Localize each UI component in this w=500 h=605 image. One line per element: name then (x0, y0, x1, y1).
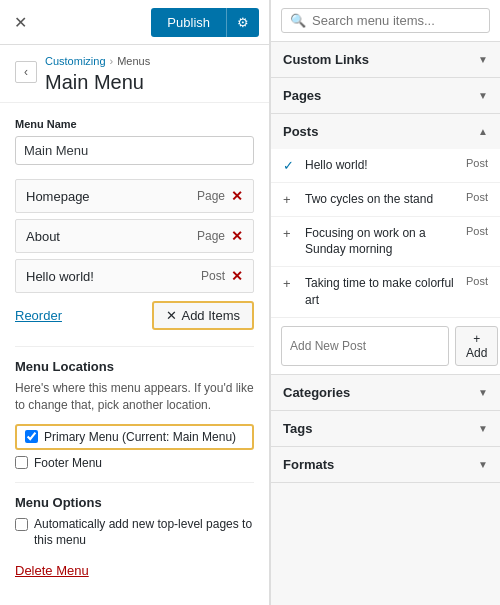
post-name: Taking time to make colorful art (305, 275, 460, 309)
breadcrumb-area: ‹ Customizing › Menus Main Menu (0, 45, 269, 103)
accordion-arrow: ▼ (478, 423, 488, 434)
menu-item: Homepage Page ✕ (15, 179, 254, 213)
x-icon: ✕ (166, 308, 177, 323)
post-name: Two cycles on the stand (305, 191, 460, 208)
actions-row: Reorder ✕ Add Items (15, 301, 254, 330)
accordion-header-categories[interactable]: Categories ▼ (271, 375, 500, 410)
add-new-row: + Add (271, 317, 500, 374)
accordion-section-pages: Pages ▼ (271, 78, 500, 114)
post-type: Post (466, 275, 488, 287)
accordion-arrow: ▼ (478, 90, 488, 101)
accordion-header-tags[interactable]: Tags ▼ (271, 411, 500, 446)
accordion-header-formats[interactable]: Formats ▼ (271, 447, 500, 482)
accordion-section-formats: Formats ▼ (271, 447, 500, 483)
delete-menu-link[interactable]: Delete Menu (15, 563, 89, 578)
footer-menu-checkbox[interactable] (15, 456, 28, 469)
post-item[interactable]: ✓ Hello world! Post (271, 149, 500, 183)
primary-menu-checkbox[interactable] (25, 430, 38, 443)
accordion-arrow: ▲ (478, 126, 488, 137)
remove-item-button[interactable]: ✕ (231, 188, 243, 204)
menu-name-input[interactable] (15, 136, 254, 165)
accordion-section-tags: Tags ▼ (271, 411, 500, 447)
left-panel: ✕ Publish ⚙ ‹ Customizing › Menus Main M… (0, 0, 270, 605)
accordion-header-custom-links[interactable]: Custom Links ▼ (271, 42, 500, 77)
footer-menu-label: Footer Menu (34, 456, 102, 470)
accordion-label: Tags (283, 421, 312, 436)
menu-item: About Page ✕ (15, 219, 254, 253)
post-item[interactable]: + Focusing on work on a Sunday morning P… (271, 217, 500, 268)
settings-button[interactable]: ⚙ (226, 8, 259, 37)
menu-item-type: Post (201, 269, 225, 283)
publish-group: Publish ⚙ (151, 8, 259, 37)
accordion-list: Custom Links ▼ Pages ▼ Posts ▲ ✓ Hello w… (271, 42, 500, 605)
menu-item-right: Post ✕ (201, 268, 243, 284)
menu-locations-desc: Here's where this menu appears. If you'd… (15, 380, 254, 414)
menu-item-right: Page ✕ (197, 188, 243, 204)
breadcrumb: Customizing › Menus (45, 55, 150, 67)
menu-items-list: Homepage Page ✕ About Page ✕ Hello world… (15, 179, 254, 293)
content-area: Menu Name Homepage Page ✕ About Page ✕ H… (0, 103, 269, 605)
auto-add-row: Automatically add new top-level pages to… (15, 516, 254, 550)
post-type: Post (466, 191, 488, 203)
auto-add-label: Automatically add new top-level pages to… (34, 516, 254, 550)
accordion-section-custom-links: Custom Links ▼ (271, 42, 500, 78)
breadcrumb-separator: › (110, 55, 114, 67)
post-prefix-icon: + (283, 226, 299, 241)
search-icon: 🔍 (290, 13, 306, 28)
primary-menu-label: Primary Menu (Current: Main Menu) (44, 430, 236, 444)
back-button[interactable]: ‹ (15, 61, 37, 83)
posts-list: ✓ Hello world! Post + Two cycles on the … (271, 149, 500, 317)
post-prefix-icon: + (283, 276, 299, 291)
post-name: Focusing on work on a Sunday morning (305, 225, 460, 259)
auto-add-checkbox[interactable] (15, 518, 28, 531)
accordion-arrow: ▼ (478, 459, 488, 470)
add-items-button[interactable]: ✕ Add Items (152, 301, 254, 330)
search-input-wrap: 🔍 (281, 8, 490, 33)
divider-1 (15, 346, 254, 347)
accordion-header-posts[interactable]: Posts ▲ (271, 114, 500, 149)
post-item[interactable]: + Two cycles on the stand Post (271, 183, 500, 217)
divider-2 (15, 482, 254, 483)
menu-item-name: About (26, 229, 60, 244)
post-item[interactable]: + Taking time to make colorful art Post (271, 267, 500, 317)
search-bar: 🔍 (271, 0, 500, 42)
top-bar: ✕ Publish ⚙ (0, 0, 269, 45)
gear-icon: ⚙ (237, 15, 249, 30)
accordion-header-pages[interactable]: Pages ▼ (271, 78, 500, 113)
post-type: Post (466, 157, 488, 169)
menu-options-title: Menu Options (15, 495, 254, 510)
page-title: Main Menu (45, 71, 150, 94)
menus-label: Menus (117, 55, 150, 67)
post-prefix-icon: ✓ (283, 158, 299, 173)
accordion-label: Pages (283, 88, 321, 103)
accordion-label: Formats (283, 457, 334, 472)
accordion-section-categories: Categories ▼ (271, 375, 500, 411)
reorder-link[interactable]: Reorder (15, 308, 62, 323)
remove-item-button[interactable]: ✕ (231, 228, 243, 244)
menu-locations-title: Menu Locations (15, 359, 254, 374)
primary-menu-row: Primary Menu (Current: Main Menu) (15, 424, 254, 450)
accordion-label: Posts (283, 124, 318, 139)
accordion-arrow: ▼ (478, 54, 488, 65)
remove-item-button[interactable]: ✕ (231, 268, 243, 284)
close-button[interactable]: ✕ (10, 9, 31, 36)
menu-item-type: Page (197, 189, 225, 203)
menu-item: Hello world! Post ✕ (15, 259, 254, 293)
footer-menu-row: Footer Menu (15, 456, 254, 470)
accordion-label: Custom Links (283, 52, 369, 67)
menu-name-label: Menu Name (15, 118, 254, 130)
post-type: Post (466, 225, 488, 237)
menu-item-name: Hello world! (26, 269, 94, 284)
add-new-post-input[interactable] (281, 326, 449, 366)
publish-button[interactable]: Publish (151, 8, 226, 37)
add-items-label: Add Items (181, 308, 240, 323)
search-input[interactable] (312, 13, 481, 28)
menu-item-right: Page ✕ (197, 228, 243, 244)
customizing-link[interactable]: Customizing (45, 55, 106, 67)
menu-item-name: Homepage (26, 189, 90, 204)
accordion-arrow: ▼ (478, 387, 488, 398)
add-button[interactable]: + Add (455, 326, 498, 366)
menu-item-type: Page (197, 229, 225, 243)
right-panel: 🔍 Custom Links ▼ Pages ▼ Posts ▲ ✓ Hello… (270, 0, 500, 605)
accordion-label: Categories (283, 385, 350, 400)
